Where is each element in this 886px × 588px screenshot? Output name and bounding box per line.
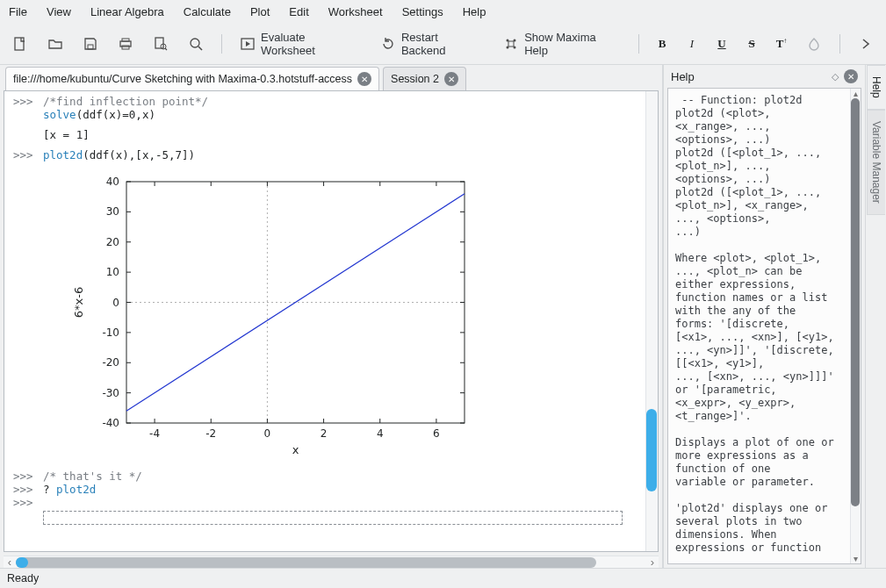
menu-plot[interactable]: Plot (250, 5, 270, 18)
active-input-cell[interactable] (43, 511, 623, 525)
svg-rect-3 (122, 39, 129, 41)
open-folder-icon (47, 36, 63, 52)
find-button[interactable] (184, 34, 207, 54)
svg-rect-15 (508, 41, 514, 47)
cell-1-rest: (ddf(x)=0,x) (76, 108, 155, 121)
worksheet-scrollbar-horizontal[interactable]: ‹ › (4, 556, 659, 568)
evaluate-worksheet-button[interactable]: Evaluate Worksheet (236, 29, 364, 59)
evaluate-worksheet-label: Evaluate Worksheet (261, 31, 361, 57)
cell-3-comment: /* that's it */ (43, 470, 637, 483)
open-doc-button[interactable] (44, 34, 67, 54)
italic-button[interactable]: I (683, 37, 701, 51)
menu-calculate[interactable]: Calculate (184, 5, 231, 18)
show-maxima-help-button[interactable]: Show Maxima Help (500, 29, 624, 59)
worksheet-scrollbar-vertical[interactable] (645, 91, 658, 551)
svg-text:-4: -4 (149, 427, 160, 440)
cell-2-rest: (ddf(x),[x,-5,7]) (83, 148, 195, 161)
save-icon (83, 36, 98, 52)
svg-point-8 (191, 39, 199, 47)
search-icon (188, 36, 204, 52)
prompt: >>> (13, 470, 43, 483)
svg-line-7 (165, 48, 167, 50)
svg-text:6*x-6: 6*x-6 (72, 287, 85, 318)
svg-text:x: x (292, 443, 299, 456)
rail-tab-variable-manager[interactable]: Variable Manager (867, 110, 885, 215)
maxima-help-icon (503, 36, 519, 52)
menubar: File View Linear Algebra Calculate Plot … (0, 0, 886, 24)
menu-edit[interactable]: Edit (289, 5, 308, 18)
cell-2-keyword: plot2d (43, 148, 83, 161)
svg-text:30: 30 (106, 205, 119, 218)
restart-backend-label: Restart Backend (401, 31, 484, 57)
chevron-right-icon (858, 36, 874, 52)
plot-output: -4-20246-40-30-20-10010203040x6*x-6 (43, 169, 645, 463)
help-panel: Help ◇ ✕ -- Function: plot2d plot2d (<pl… (663, 65, 865, 568)
scrollbar-thumb-h[interactable] (16, 557, 596, 568)
cell-4-keyword: plot2d (56, 483, 96, 496)
svg-text:-40: -40 (102, 417, 119, 429)
svg-rect-5 (155, 38, 163, 48)
statusbar: Ready (0, 568, 886, 588)
paint-icon (806, 36, 822, 52)
print-button[interactable] (114, 34, 137, 54)
menu-file[interactable]: File (9, 5, 27, 18)
new-doc-icon (12, 36, 28, 52)
tab-bar: file:///home/kubuntu/Curve Sketching wit… (0, 65, 662, 90)
play-icon (240, 36, 256, 52)
preview-button[interactable] (149, 34, 172, 54)
help-panel-float-icon[interactable]: ◇ (832, 71, 839, 82)
help-text[interactable]: -- Function: plot2d plot2d (<plot>, <x_r… (668, 89, 850, 563)
help-scrollbar-thumb[interactable] (851, 98, 860, 506)
scroll-down-arrow[interactable]: ▾ (851, 554, 861, 563)
tab-1-label: file:///home/kubuntu/Curve Sketching wit… (13, 73, 352, 85)
scrollbar-thumb[interactable] (646, 409, 657, 491)
toolbar-overflow-button[interactable] (854, 34, 877, 54)
status-text: Ready (7, 572, 39, 584)
svg-text:-30: -30 (102, 387, 119, 399)
strike-button[interactable]: S (743, 37, 760, 51)
tab-1-close[interactable]: ✕ (357, 72, 371, 86)
tab-session-2[interactable]: Session 2 ✕ (383, 67, 466, 90)
show-maxima-help-label: Show Maxima Help (524, 31, 621, 57)
svg-text:6: 6 (433, 427, 440, 440)
scroll-right-arrow[interactable]: › (646, 556, 659, 569)
svg-text:0: 0 (112, 297, 119, 309)
new-doc-button[interactable] (9, 34, 32, 54)
cell-1-comment: /*find inflection point*/ (43, 95, 208, 108)
print-icon (118, 36, 133, 52)
svg-text:40: 40 (106, 176, 119, 188)
help-panel-close[interactable]: ✕ (844, 69, 858, 83)
save-button[interactable] (79, 34, 102, 54)
restart-backend-button[interactable]: Restart Backend (377, 29, 487, 59)
tab-2-close[interactable]: ✕ (444, 72, 458, 86)
svg-text:20: 20 (106, 236, 119, 248)
text-color-button[interactable] (803, 34, 825, 54)
menu-view[interactable]: View (47, 5, 71, 18)
menu-help[interactable]: Help (463, 5, 486, 18)
help-scrollbar[interactable]: ▴ ▾ (850, 89, 861, 563)
cell-1-output: [x = 1] (43, 128, 645, 141)
preview-icon (153, 36, 169, 52)
cell-4-q: ? (43, 483, 56, 496)
bold-button[interactable]: B (653, 37, 671, 51)
svg-text:2: 2 (321, 427, 328, 440)
svg-text:-10: -10 (102, 326, 119, 339)
prompt: >>> (13, 95, 43, 121)
rail-tab-help[interactable]: Help (867, 65, 885, 110)
menu-settings[interactable]: Settings (402, 5, 443, 18)
tab-2-label: Session 2 (391, 73, 439, 85)
tab-file-1[interactable]: file:///home/kubuntu/Curve Sketching wit… (5, 67, 379, 90)
scrollbar-knob[interactable] (16, 557, 28, 568)
menu-linear-algebra[interactable]: Linear Algebra (90, 5, 164, 18)
scroll-left-arrow[interactable]: ‹ (4, 556, 16, 569)
scroll-up-arrow[interactable]: ▴ (851, 89, 861, 98)
svg-text:-20: -20 (102, 356, 119, 369)
underline-button[interactable]: U (713, 37, 731, 51)
superscript-button[interactable]: T↑ (773, 37, 790, 51)
worksheet[interactable]: >>> /*find inflection point*/ solve(ddf(… (4, 91, 645, 551)
svg-text:0: 0 (264, 427, 271, 440)
svg-rect-1 (88, 45, 93, 49)
menu-worksheet[interactable]: Worksheet (328, 5, 383, 18)
right-rail: Help Variable Manager (865, 65, 886, 568)
svg-text:10: 10 (106, 266, 119, 278)
